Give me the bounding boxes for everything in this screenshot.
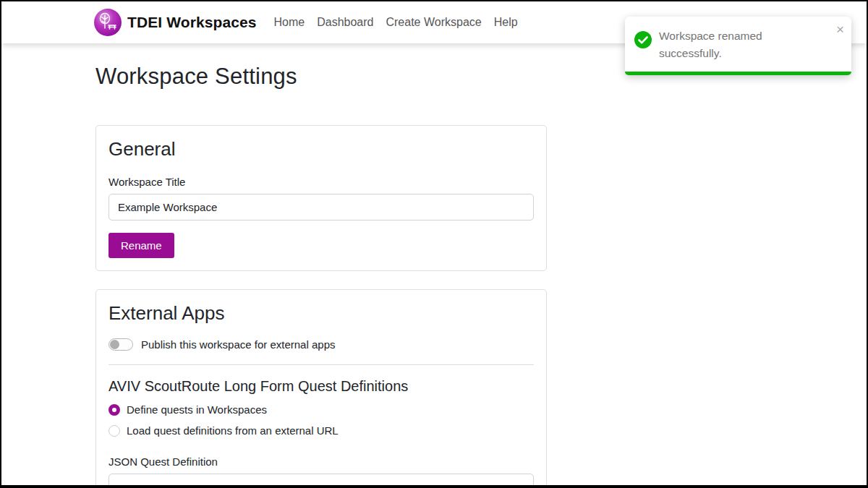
main-nav: Home Dashboard Create Workspace Help — [274, 16, 518, 29]
app-logo-icon — [94, 9, 122, 36]
success-check-icon — [634, 31, 652, 48]
publish-toggle-row: Publish this workspace for external apps — [109, 338, 534, 351]
publish-toggle-label[interactable]: Publish this workspace for external apps — [141, 338, 335, 351]
radio-load-external-url[interactable]: Load quest definitions from an external … — [109, 424, 534, 437]
toast-progress-bar — [625, 72, 851, 75]
rename-button[interactable]: Rename — [109, 233, 174, 258]
radio-unselected-icon[interactable] — [109, 425, 120, 437]
toast-message: Workspace renamed successfully. — [659, 26, 827, 62]
json-quest-definition-input[interactable] — [109, 474, 534, 488]
publish-toggle-switch[interactable] — [109, 338, 133, 351]
workspace-title-label: Workspace Title — [109, 176, 534, 188]
radio-selected-icon[interactable] — [109, 404, 120, 416]
app-window: TDEI Workspaces Home Dashboard Create Wo… — [0, 0, 868, 488]
general-card-title: General — [109, 138, 534, 160]
workspace-title-input[interactable] — [109, 194, 534, 221]
quest-definitions-title: AVIV ScoutRoute Long Form Quest Definiti… — [109, 378, 534, 395]
main-content: Workspace Settings General Workspace Tit… — [1, 43, 867, 488]
brand[interactable]: TDEI Workspaces — [94, 9, 257, 36]
nav-home[interactable]: Home — [274, 16, 305, 29]
json-quest-definition-label: JSON Quest Definition — [109, 455, 534, 468]
general-card: General Workspace Title Rename — [95, 125, 547, 271]
toggle-knob — [110, 340, 119, 349]
toast-close-button[interactable]: × — [836, 22, 844, 36]
nav-help[interactable]: Help — [494, 16, 518, 29]
external-apps-card-title: External Apps — [109, 302, 534, 325]
brand-title[interactable]: TDEI Workspaces — [127, 14, 257, 31]
nav-create-workspace[interactable]: Create Workspace — [386, 16, 481, 29]
section-divider — [109, 364, 534, 365]
external-apps-card: External Apps Publish this workspace for… — [95, 289, 547, 488]
nav-dashboard[interactable]: Dashboard — [317, 16, 373, 29]
radio-define-quests[interactable]: Define quests in Workspaces — [109, 403, 534, 416]
toast-notification: Workspace renamed successfully. × — [625, 17, 851, 75]
